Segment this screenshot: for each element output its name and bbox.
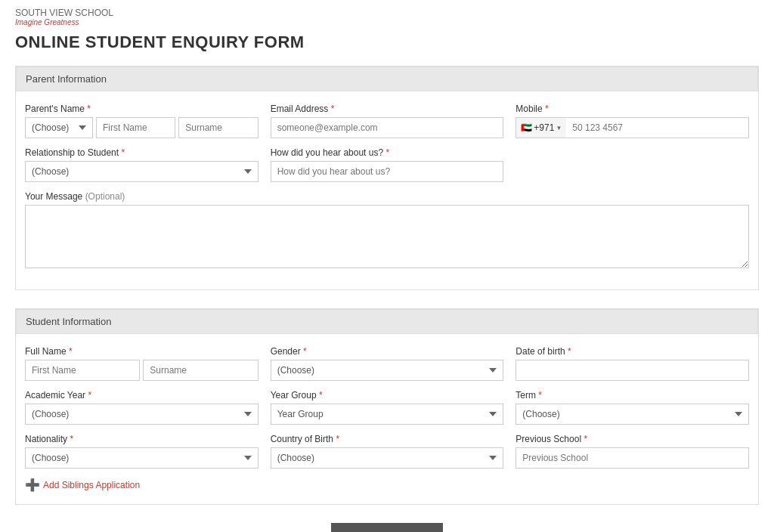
term-select[interactable]: (Choose) Term 1 Term 2 Term 3 [515, 404, 749, 425]
mobile-input[interactable] [566, 117, 749, 138]
country-code-selector[interactable]: 🇦🇪 +971 ▼ [515, 117, 566, 138]
country-code-value: +971 [534, 122, 554, 133]
previous-school-label: Previous School * [515, 434, 749, 444]
academic-year-group: Academic Year * (Choose) 2023/2024 2024/… [25, 390, 259, 425]
student-section-header: Student Information [16, 309, 758, 334]
plus-icon: ➕ [25, 478, 40, 492]
email-group: Email Address * [271, 104, 504, 138]
gender-group: Gender * (Choose) Male Female [271, 346, 504, 381]
school-tagline: Imagine Greatness [15, 18, 759, 26]
term-group: Term * (Choose) Term 1 Term 2 Term 3 [515, 390, 749, 425]
nationality-label: Nationality * [25, 434, 259, 444]
submit-button[interactable]: Submit Enquiry [331, 523, 443, 532]
relationship-label: Relationship to Student * [25, 147, 259, 158]
student-surname-input[interactable] [143, 360, 258, 381]
relationship-select[interactable]: (Choose) Father Mother Guardian [25, 161, 259, 182]
nationality-group: Nationality * (Choose) UAE UK US [25, 434, 259, 469]
message-label: Your Message (Optional) [25, 191, 749, 202]
student-row-1: Full Name * Gender * (Choose) Male Femal… [16, 346, 758, 381]
parent-row-3: Your Message (Optional) [16, 191, 758, 268]
previous-school-group: Previous School * [515, 434, 749, 469]
dob-label: Date of birth * [515, 346, 749, 357]
email-input[interactable] [271, 117, 504, 138]
dropdown-arrow-icon: ▼ [556, 125, 562, 131]
submit-row: Submit Enquiry [15, 523, 759, 532]
student-name-inputs [25, 360, 259, 381]
previous-school-input[interactable] [515, 447, 749, 469]
school-name: SOUTH VIEW SCHOOL [15, 8, 759, 18]
country-of-birth-select[interactable]: (Choose) UAE UK US [271, 447, 504, 469]
parent-information-section: Parent Information Parent's Name * (Choo… [15, 66, 759, 290]
uae-flag-icon: 🇦🇪 [521, 122, 532, 133]
student-information-section: Student Information Full Name * Gender *… [15, 308, 759, 505]
parent-row-2: Relationship to Student * (Choose) Fathe… [16, 147, 758, 182]
year-group-select[interactable]: Year Group Year 1 Year 2 Year 3 [271, 404, 504, 425]
add-sibling-row: ➕ Add Siblings Application [16, 478, 758, 492]
mobile-label: Mobile * [515, 104, 749, 114]
country-of-birth-group: Country of Birth * (Choose) UAE UK US [271, 434, 504, 469]
mobile-inputs: 🇦🇪 +971 ▼ [515, 117, 749, 138]
school-header: SOUTH VIEW SCHOOL Imagine Greatness [15, 8, 759, 26]
student-full-name-label: Full Name * [25, 346, 259, 357]
country-of-birth-label: Country of Birth * [271, 434, 504, 444]
gender-select[interactable]: (Choose) Male Female [271, 360, 504, 381]
parent-section-header: Parent Information [16, 66, 758, 91]
student-row-2: Academic Year * (Choose) 2023/2024 2024/… [16, 390, 758, 425]
gender-label: Gender * [271, 346, 504, 357]
term-label: Term * [515, 390, 749, 401]
academic-year-label: Academic Year * [25, 390, 259, 401]
how-heard-label: How did you hear about us? * [271, 147, 504, 158]
title-select[interactable]: (Choose) Mr Mrs Ms Dr [25, 117, 93, 138]
dob-input[interactable] [515, 360, 749, 381]
message-textarea[interactable] [25, 205, 749, 268]
how-heard-group: How did you hear about us? * [271, 147, 504, 182]
parents-name-group: Parent's Name * (Choose) Mr Mrs Ms Dr [25, 104, 259, 138]
mobile-group-wrapper: Mobile * 🇦🇪 +971 ▼ [515, 104, 749, 138]
parent-first-name-input[interactable] [96, 117, 175, 138]
year-group-label: Year Group * [271, 390, 504, 401]
student-first-name-input[interactable] [25, 360, 140, 381]
page-title: ONLINE STUDENT ENQUIRY FORM [15, 32, 759, 52]
add-sibling-link[interactable]: Add Siblings Application [43, 480, 140, 490]
dob-group: Date of birth * [515, 346, 749, 381]
relationship-group: Relationship to Student * (Choose) Fathe… [25, 147, 259, 182]
parent-surname-input[interactable] [178, 117, 258, 138]
academic-year-select[interactable]: (Choose) 2023/2024 2024/2025 [25, 404, 259, 425]
nationality-select[interactable]: (Choose) UAE UK US [25, 447, 259, 469]
message-group: Your Message (Optional) [25, 191, 749, 268]
email-label: Email Address * [271, 104, 504, 114]
parents-name-label: Parent's Name * [25, 104, 259, 114]
student-full-name-group: Full Name * [25, 346, 259, 381]
parent-row-1: Parent's Name * (Choose) Mr Mrs Ms Dr Em… [16, 104, 758, 138]
year-group-group: Year Group * Year Group Year 1 Year 2 Ye… [271, 390, 504, 425]
parents-name-inputs: (Choose) Mr Mrs Ms Dr [25, 117, 259, 138]
how-heard-input[interactable] [271, 161, 504, 182]
student-row-3: Nationality * (Choose) UAE UK US Country… [16, 434, 758, 469]
